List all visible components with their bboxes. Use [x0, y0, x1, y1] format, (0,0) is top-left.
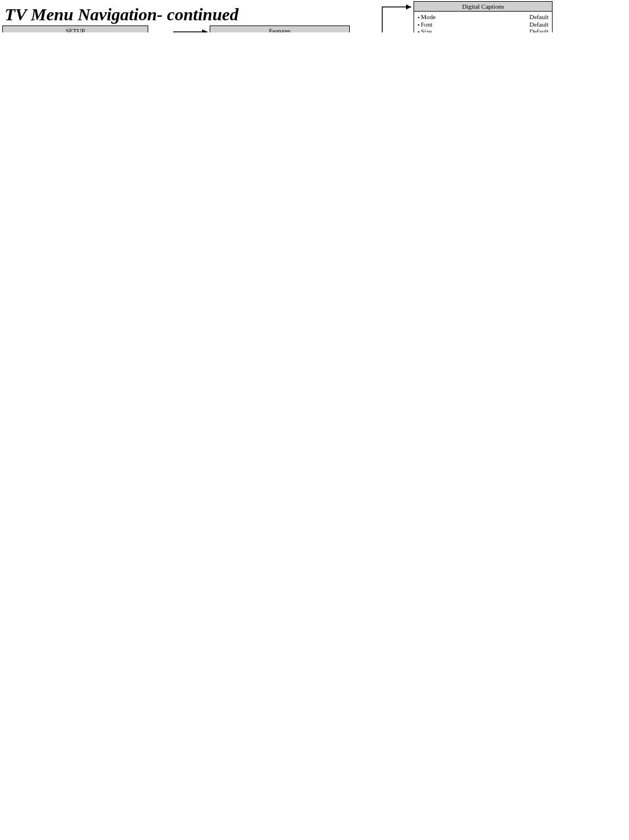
features-title: Features	[210, 26, 349, 32]
menu-row: FontDefault	[418, 21, 548, 28]
setup-title: SETUP	[3, 26, 148, 32]
setup-menu: SETUP Service LevelFree Picture▸ Sound▸ …	[2, 25, 148, 32]
digital-captions-title: Digital Captions	[414, 2, 552, 12]
features-menu: Features Power On Caption ModeLast Auto …	[210, 25, 350, 32]
menu-row: ModeDefault	[418, 13, 548, 21]
menu-row: SizeDefault	[418, 28, 548, 32]
digital-captions-menu: Digital Captions ModeDefault FontDefault…	[414, 1, 553, 32]
